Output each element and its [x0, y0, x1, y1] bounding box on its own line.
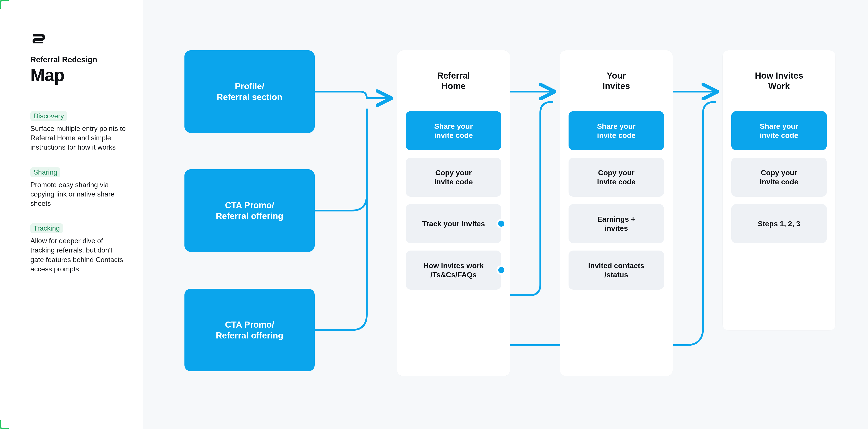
tile-share-code: Share yourinvite code: [731, 111, 827, 150]
connector-dot-icon: [498, 221, 504, 227]
screen-title: ReferralHome: [397, 50, 510, 111]
tile-earnings: Earnings +invites: [568, 204, 664, 243]
section-label: Tracking: [30, 223, 63, 233]
tile-copy-code: Copy yourinvite code: [406, 158, 501, 197]
tile-steps: Steps 1, 2, 3: [731, 204, 827, 243]
screen-title: How InvitesWork: [723, 50, 835, 111]
screen-body: Share yourinvite code Copy yourinvite co…: [723, 111, 835, 252]
crop-corner-icon: [0, 0, 9, 9]
sidebar: Referral Redesign Map Discovery Surface …: [30, 33, 126, 289]
section-label: Sharing: [30, 167, 60, 177]
section-body: Surface multiple entry points to Referra…: [30, 124, 126, 152]
sidebar-section-tracking: Tracking Allow for deeper dive of tracki…: [30, 223, 126, 274]
screen-body: Share yourinvite code Copy yourinvite co…: [397, 111, 510, 298]
crop-corner-icon: [0, 420, 9, 429]
screen-how-invites-work: How InvitesWork Share yourinvite code Co…: [723, 50, 835, 331]
page-title: Map: [30, 65, 126, 85]
section-body: Promote easy sharing via copying link or…: [30, 180, 126, 208]
tile-share-code: Share yourinvite code: [406, 111, 501, 150]
section-label: Discovery: [30, 111, 67, 121]
tile-how-invites-work: How Invites work/Ts&Cs/FAQs: [406, 250, 501, 289]
connector-dot-icon: [498, 267, 504, 273]
sidebar-section-sharing: Sharing Promote easy sharing via copying…: [30, 167, 126, 208]
screen-your-invites: YourInvites Share yourinvite code Copy y…: [560, 50, 673, 376]
tile-share-code: Share yourinvite code: [568, 111, 664, 150]
entry-cta-promo: CTA Promo/Referral offering: [184, 170, 315, 252]
section-body: Allow for deeper dive of tracking referr…: [30, 236, 126, 274]
entry-cta-promo: CTA Promo/Referral offering: [184, 289, 315, 371]
tile-invited-status: Invited contacts/status: [568, 250, 664, 289]
diagram: Profile/Referral section CTA Promo/Refer…: [143, 0, 868, 429]
tile-label: Track your invites: [422, 219, 485, 228]
tile-copy-code: Copy yourinvite code: [568, 158, 664, 197]
screen-referral-home: ReferralHome Share yourinvite code Copy …: [397, 50, 510, 376]
screen-body: Share yourinvite code Copy yourinvite co…: [560, 111, 673, 298]
page-subtitle: Referral Redesign: [30, 55, 126, 64]
logo-icon: [30, 33, 126, 44]
tile-track-invites: Track your invites: [406, 204, 501, 243]
screen-title: YourInvites: [560, 50, 673, 111]
entry-profile: Profile/Referral section: [184, 50, 315, 133]
canvas: Referral Redesign Map Discovery Surface …: [0, 0, 868, 429]
tile-label: How Invites work/Ts&Cs/FAQs: [423, 261, 484, 279]
tile-copy-code: Copy yourinvite code: [731, 158, 827, 197]
sidebar-section-discovery: Discovery Surface multiple entry points …: [30, 111, 126, 152]
